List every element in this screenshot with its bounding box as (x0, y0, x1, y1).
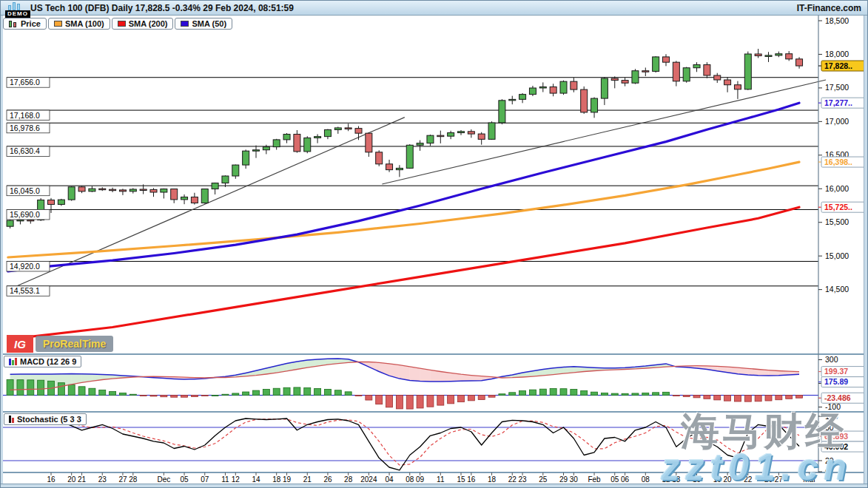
macd-histogram-bar (386, 396, 393, 407)
candle[interactable] (110, 189, 116, 191)
candle[interactable] (478, 134, 485, 139)
candle[interactable] (334, 128, 341, 130)
ig-logo-icon: IG (7, 335, 33, 353)
x-axis-label: 21 (303, 475, 312, 484)
candle[interactable] (396, 168, 403, 169)
candle[interactable] (622, 81, 628, 84)
candle[interactable] (263, 147, 269, 150)
candle[interactable] (129, 189, 136, 192)
candle[interactable] (406, 145, 413, 168)
candle[interactable] (119, 190, 126, 192)
candle[interactable] (17, 220, 24, 221)
candle[interactable] (78, 187, 85, 192)
candle[interactable] (89, 189, 95, 192)
candle[interactable] (509, 99, 516, 101)
candle[interactable] (693, 65, 700, 68)
legend-price[interactable]: Price (3, 18, 47, 30)
candle[interactable] (744, 54, 751, 89)
candle[interactable] (304, 138, 311, 151)
candle[interactable] (776, 54, 782, 55)
candle[interactable] (140, 189, 147, 191)
candle[interactable] (27, 220, 34, 221)
macd-histogram-bar (140, 396, 147, 396)
candle[interactable] (673, 62, 679, 81)
candle[interactable] (68, 187, 75, 200)
candle[interactable] (99, 189, 106, 190)
candle[interactable] (642, 71, 649, 72)
candle[interactable] (653, 57, 659, 72)
candle[interactable] (714, 75, 721, 80)
candle[interactable] (704, 65, 710, 75)
macd-histogram-bar (714, 396, 721, 400)
candle[interactable] (355, 129, 362, 134)
candle[interactable] (571, 81, 577, 89)
candle[interactable] (294, 135, 300, 152)
candle[interactable] (734, 85, 741, 89)
candle[interactable] (222, 176, 229, 183)
candle[interactable] (366, 133, 372, 152)
candle[interactable] (755, 54, 761, 55)
candle[interactable] (591, 98, 598, 112)
candle[interactable] (560, 81, 567, 93)
candle[interactable] (376, 152, 383, 164)
candle[interactable] (253, 150, 260, 152)
chart-icon (8, 2, 20, 10)
x-axis-label: 19 (283, 475, 292, 484)
candle[interactable] (7, 220, 13, 226)
candle[interactable] (283, 135, 290, 140)
candle[interactable] (796, 59, 803, 66)
candle[interactable] (519, 95, 526, 100)
candle[interactable] (468, 132, 474, 134)
candle[interactable] (581, 89, 588, 112)
candle[interactable] (765, 55, 772, 57)
candle[interactable] (437, 135, 444, 137)
macd-histogram-bar (734, 396, 741, 401)
candle[interactable] (324, 129, 331, 136)
candle[interactable] (191, 197, 198, 203)
candle[interactable] (181, 197, 188, 199)
candle[interactable] (601, 78, 608, 98)
candle[interactable] (611, 78, 618, 81)
candle[interactable] (448, 133, 454, 137)
candle[interactable] (243, 151, 249, 165)
candle[interactable] (550, 87, 556, 93)
ig-prorealtime-logo[interactable]: IG ProRealTime (7, 335, 113, 353)
candle[interactable] (48, 200, 55, 204)
candle[interactable] (232, 165, 239, 176)
candle[interactable] (632, 71, 639, 84)
candle[interactable] (786, 54, 793, 59)
candle[interactable] (386, 164, 393, 170)
candle[interactable] (539, 87, 546, 88)
candle[interactable] (58, 200, 64, 204)
candle[interactable] (201, 189, 208, 203)
candle[interactable] (488, 123, 495, 139)
candle[interactable] (273, 140, 280, 147)
candle[interactable] (161, 189, 167, 192)
candle[interactable] (663, 57, 670, 62)
x-axis-label: 12 (232, 475, 240, 484)
candle[interactable] (345, 128, 351, 129)
macd-histogram-bar (642, 393, 649, 395)
legend-sma200[interactable]: SMA (200) (112, 18, 174, 30)
macd-histogram-bar (253, 390, 260, 395)
candle[interactable] (417, 143, 423, 146)
macd-fill (410, 367, 420, 382)
candle[interactable] (171, 189, 178, 200)
candle[interactable] (529, 88, 536, 95)
legend-sma100[interactable]: SMA (100) (48, 18, 110, 30)
candle[interactable] (724, 80, 731, 85)
candle[interactable] (458, 132, 465, 133)
candle[interactable] (499, 101, 505, 123)
candle[interactable] (314, 137, 321, 138)
candle[interactable] (150, 189, 157, 192)
sma50-swatch-icon (181, 21, 189, 27)
x-axis-label: 22 (508, 475, 517, 484)
candle[interactable] (683, 68, 690, 81)
y-axis-label: 14,500 (825, 285, 849, 294)
legend-sma50[interactable]: SMA (50) (175, 18, 232, 30)
candle[interactable] (212, 183, 218, 189)
macd-panel-label[interactable]: MACD (12 26 9 (4, 356, 81, 367)
candle[interactable] (427, 135, 434, 143)
chart-canvas[interactable]: 17,656.017,168.016,978.616,630.416,045.0… (1, 1, 868, 488)
stochastic-panel-label[interactable]: Stochastic (5 3 3 (4, 413, 87, 425)
